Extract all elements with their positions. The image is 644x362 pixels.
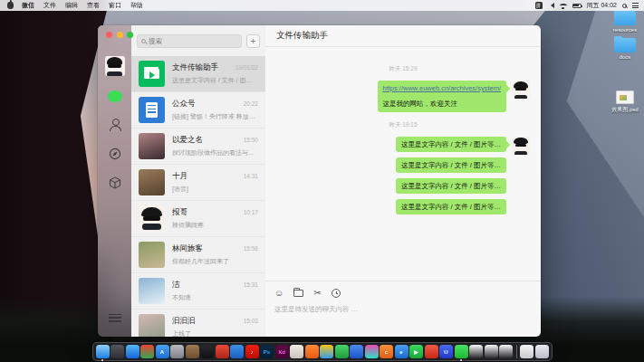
menu-wechat[interactable]: 微信	[17, 0, 39, 11]
dock-icon-documents-stack[interactable]	[520, 345, 533, 358]
contacts-tab[interactable]	[107, 118, 123, 132]
message-input-area[interactable]: ☺ ✂ 这里是待发送的聊天内容 …	[265, 281, 541, 337]
running-indicator	[101, 359, 103, 361]
close-button[interactable]	[106, 32, 112, 38]
menu-edit[interactable]: 编辑	[61, 0, 82, 11]
dock-icon-launchpad[interactable]	[111, 345, 124, 358]
desktop-folder-1[interactable]: resources	[605, 11, 644, 33]
spotlight-search-icon[interactable]	[622, 4, 627, 8]
chat-row[interactable]: 林间旅客15:56你都好几年没回来了	[131, 237, 265, 273]
message-bubble: 这里是文字内容 / 文件 / 图片等…	[396, 137, 506, 152]
chats-tab[interactable]	[107, 89, 123, 103]
dock-icon-adobe-red[interactable]	[216, 345, 229, 358]
chat-bubble-icon	[108, 90, 122, 102]
menu-file[interactable]: 文件	[39, 0, 61, 11]
window-controls	[98, 32, 133, 38]
chat-avatar	[139, 133, 165, 159]
wifi-icon[interactable]	[560, 4, 567, 8]
chat-avatar	[139, 205, 165, 232]
search-box[interactable]	[137, 34, 242, 48]
desktop-file-psd[interactable]: 效果图.psd	[605, 90, 644, 114]
wechat-window: + 文件传输助手19/01/22这里是文字内容 / 文件 / 图片等… 公众号2…	[98, 25, 541, 337]
chat-row[interactable]: 汩汩汩15:03上线了	[131, 310, 265, 337]
chat-row[interactable]: 洁15:31不知道	[131, 273, 265, 310]
dock-icon-terminal[interactable]	[200, 345, 214, 358]
message-bubble: https://www.euweb.cn/archives/system/ 这是…	[378, 81, 506, 112]
dock-icon-pinwheel[interactable]	[365, 345, 379, 358]
dock-icon-netease-music[interactable]: ♪	[245, 345, 259, 358]
volume-icon[interactable]	[548, 3, 554, 8]
chat-avatar	[139, 97, 165, 123]
more-menu-button[interactable]	[109, 311, 121, 324]
message-input-text[interactable]: 这里是待发送的聊天内容 …	[274, 305, 532, 314]
running-indicator	[460, 359, 462, 361]
dock-icon-qq-2[interactable]	[485, 345, 498, 358]
chat-row[interactable]: 十月14:31[语音]	[131, 165, 265, 201]
send-file-icon[interactable]	[293, 290, 303, 297]
chat-list-toolbar: +	[131, 25, 265, 56]
dock-icon-qq-1[interactable]	[469, 345, 483, 358]
dock-icon-green-app[interactable]	[335, 345, 349, 358]
chat-avatar	[139, 278, 165, 304]
dock-icon-chrome[interactable]	[140, 345, 154, 358]
dock-icon-compass-blue[interactable]	[350, 345, 363, 358]
dock-icon-sketch-gray[interactable]	[290, 345, 303, 358]
message-outgoing: 这里是文字内容 / 文件 / 图片等…	[276, 199, 530, 217]
chat-history-icon[interactable]	[332, 289, 341, 298]
dock-icon-archive-box[interactable]	[186, 345, 199, 358]
dock-icon-app-store[interactable]: A	[156, 345, 169, 358]
input-method-icon[interactable]: 拼	[535, 2, 543, 9]
desktop-folder-2[interactable]: docs	[605, 38, 644, 60]
emoji-icon[interactable]: ☺	[274, 288, 284, 299]
dock-icon-adobe-xd[interactable]: Xd	[275, 345, 289, 358]
dock: A♪PsXdce▶U	[92, 342, 553, 361]
folder-icon	[614, 38, 636, 52]
chat-row-file-transfer[interactable]: 文件传输助手19/01/22这里是文字内容 / 文件 / 图片等…	[131, 56, 265, 92]
dock-icon-settings-color[interactable]	[320, 345, 333, 358]
wechat-sidebar-rail	[98, 25, 131, 337]
dock-icon-docker[interactable]	[230, 345, 244, 358]
user-avatar[interactable]	[105, 56, 125, 76]
minimize-button[interactable]	[117, 32, 123, 38]
chat-row[interactable]: 以爱之名15:50探讨现阶段做作品的看法与确…	[131, 129, 265, 165]
dock-icon-finder[interactable]	[96, 345, 110, 358]
menu-help[interactable]: 帮助	[126, 0, 148, 11]
search-input[interactable]	[149, 37, 237, 45]
notification-center-icon[interactable]	[632, 3, 639, 8]
message-outgoing: https://www.euweb.cn/archives/system/ 这是…	[276, 81, 530, 112]
apple-menu-icon[interactable]	[7, 2, 14, 9]
dock-icon-orange-c[interactable]: c	[380, 345, 393, 358]
menu-window[interactable]: 窗口	[104, 0, 126, 11]
contacts-icon	[109, 119, 121, 131]
input-toolbar: ☺ ✂	[274, 286, 532, 300]
dock-icon-red-circle[interactable]	[425, 345, 438, 358]
chat-avatar	[139, 314, 165, 337]
battery-icon[interactable]	[572, 4, 582, 8]
dock-icon-sogou[interactable]	[305, 345, 319, 358]
mini-programs-tab[interactable]	[107, 176, 123, 190]
dock-icon-photoshop[interactable]: Ps	[260, 345, 274, 358]
dock-icon-safari[interactable]	[126, 345, 139, 358]
dock-icon-youdao-u[interactable]: U	[439, 345, 453, 358]
zoom-button[interactable]	[127, 32, 133, 38]
screenshot-scissors-icon[interactable]: ✂	[313, 288, 321, 299]
dock-icon-qq-3[interactable]	[499, 345, 513, 358]
chat-row-official-accounts[interactable]: 公众号20:22[链接] 警惕！央行降准 释放资…	[131, 92, 265, 129]
menu-view[interactable]: 查看	[82, 0, 104, 11]
message-area: 昨天 15:29 https://www.euweb.cn/archives/s…	[265, 47, 541, 281]
cube-icon	[109, 176, 121, 189]
dock-icon-preview[interactable]	[170, 345, 184, 358]
chat-row[interactable]: 报哥10:17辣得脑阔疼	[131, 201, 265, 237]
dock-icon-wechat[interactable]	[455, 345, 468, 358]
message-outgoing: 这里是文字内容 / 文件 / 图片等…	[276, 157, 530, 176]
dock-icon-trash[interactable]	[535, 345, 549, 358]
dock-icon-browser-e[interactable]: e	[395, 345, 409, 358]
message-link[interactable]: https://www.euweb.cn/archives/system/	[383, 84, 501, 92]
menu-bar-clock[interactable]: 周五 04:02	[587, 1, 617, 10]
add-chat-button[interactable]: +	[246, 34, 260, 48]
message-outgoing: 这里是文字内容 / 文件 / 图片等…	[276, 178, 530, 196]
discover-tab[interactable]	[107, 147, 123, 161]
sender-avatar	[512, 137, 530, 155]
dock-icon-player-green[interactable]: ▶	[409, 345, 423, 358]
chat-list-panel: + 文件传输助手19/01/22这里是文字内容 / 文件 / 图片等… 公众号2…	[131, 25, 265, 337]
